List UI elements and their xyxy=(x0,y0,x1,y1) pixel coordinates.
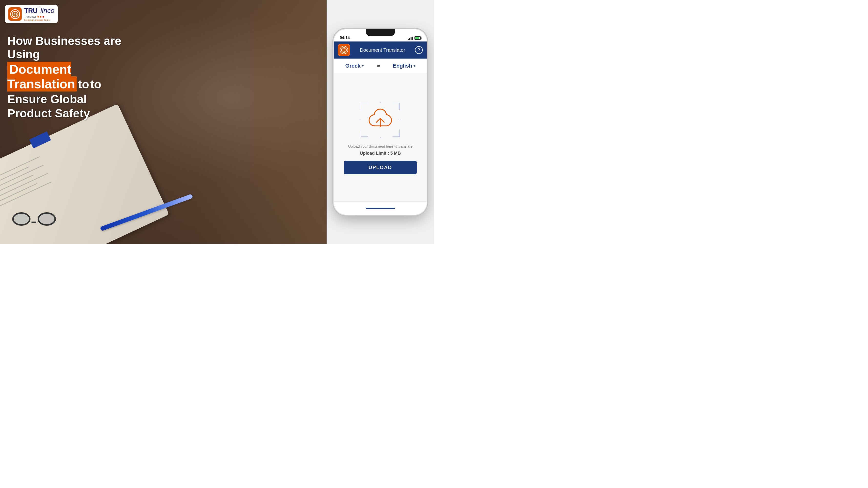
headline-line2-wrapper: Document Translation to to xyxy=(7,62,134,91)
logo-linco: linco xyxy=(40,7,55,14)
corner-tl-h xyxy=(361,103,368,103)
signal-bar-1 xyxy=(408,39,409,40)
main-container: TRU linco Translator ● ● ● Breaking Lang… xyxy=(0,0,434,244)
paper-lines xyxy=(0,156,54,215)
upload-button[interactable]: UPLOAD xyxy=(344,161,417,174)
headline-to: to xyxy=(78,78,89,91)
phone-notch xyxy=(366,29,395,36)
headline-to-text: to xyxy=(90,78,101,91)
logo-translator-row: Translator ● ● ● xyxy=(24,14,55,19)
logo-text-area: TRU linco Translator ● ● ● Breaking Lang… xyxy=(24,7,55,21)
signal-bar-3 xyxy=(410,37,411,40)
logo-translator-text: Translator xyxy=(24,15,36,18)
app-logo-box xyxy=(338,44,350,56)
logo-dots: ● ● ● xyxy=(37,14,44,19)
headline-line1: How Businesses are Using xyxy=(7,34,134,61)
target-language-chevron: ▾ xyxy=(413,64,415,68)
side-dash-left xyxy=(360,120,361,120)
signal-bar-4 xyxy=(412,37,413,40)
target-language-selector[interactable]: English ▾ xyxy=(393,63,415,69)
side-dash-top xyxy=(380,102,380,103)
upload-area: Upload your document here to translate U… xyxy=(334,73,427,201)
phone-mockup: 04:14 xyxy=(334,29,427,215)
signal-bars xyxy=(408,36,413,40)
logo-tagline: Breaking Language Barrier xyxy=(24,19,55,21)
corner-tr-h xyxy=(393,103,400,103)
cloud-icon-container xyxy=(358,100,402,139)
headline-container: How Businesses are Using Document Transl… xyxy=(7,34,134,121)
logo-separator xyxy=(39,7,39,14)
phone-bottom-bar xyxy=(334,201,427,215)
corner-bl-v xyxy=(361,130,361,137)
phone-status-bar: 04:14 xyxy=(334,29,427,41)
source-language-selector[interactable]: Greek ▾ xyxy=(345,63,364,69)
target-language-name: English xyxy=(393,63,412,69)
glasses-lens-right xyxy=(38,212,56,226)
logo-tru: TRU xyxy=(24,7,38,14)
headline-highlighted: Document Translation xyxy=(7,62,77,92)
language-row: Greek ▾ ⇄ English ▾ xyxy=(334,59,427,73)
app-logo-inner xyxy=(340,46,348,54)
paper-line xyxy=(0,173,48,202)
headline-line3: Ensure Global Product Safety xyxy=(7,92,134,120)
upload-instruction: Upload your document here to translate xyxy=(348,144,412,148)
help-button[interactable]: ? xyxy=(415,46,423,54)
glasses-lens-left xyxy=(12,212,31,226)
home-indicator xyxy=(366,208,395,209)
app-header: Document Translator ? xyxy=(334,41,427,59)
dot-red: ● xyxy=(42,14,44,19)
swap-arrow-right: ⇄ xyxy=(377,63,380,68)
signal-bar-2 xyxy=(409,38,410,40)
battery-icon xyxy=(414,36,421,40)
swap-languages-button[interactable]: ⇄ xyxy=(377,63,380,68)
corner-lines xyxy=(358,100,402,139)
logo-icon-box xyxy=(8,7,22,21)
logo-icon-inner xyxy=(10,9,20,19)
upload-limit: Upload Limit : 5 MB xyxy=(360,151,401,156)
corner-br-h xyxy=(393,136,400,137)
logo-container: TRU linco Translator ● ● ● Breaking Lang… xyxy=(5,5,58,23)
corner-br-v xyxy=(399,130,400,137)
corner-tr-v xyxy=(399,103,400,110)
glasses-bridge xyxy=(31,222,36,223)
photo-section: TRU linco Translator ● ● ● Breaking Lang… xyxy=(0,0,327,244)
glasses-shape xyxy=(12,212,61,229)
app-title: Document Translator xyxy=(353,47,411,53)
status-time: 04:14 xyxy=(340,36,350,40)
dot-orange2: ● xyxy=(40,14,42,19)
paper-line xyxy=(0,182,52,211)
side-dash-right xyxy=(400,120,401,120)
phone-section: 04:14 xyxy=(327,0,434,244)
side-dash-bottom xyxy=(380,137,380,138)
logo-brand: TRU linco xyxy=(24,7,55,14)
source-language-chevron: ▾ xyxy=(362,64,364,68)
corner-tl-v xyxy=(361,103,361,110)
battery-fill xyxy=(415,37,419,39)
dot-orange: ● xyxy=(37,14,39,19)
source-language-name: Greek xyxy=(345,63,361,69)
status-icons xyxy=(408,36,421,40)
corner-bl-h xyxy=(361,136,368,137)
